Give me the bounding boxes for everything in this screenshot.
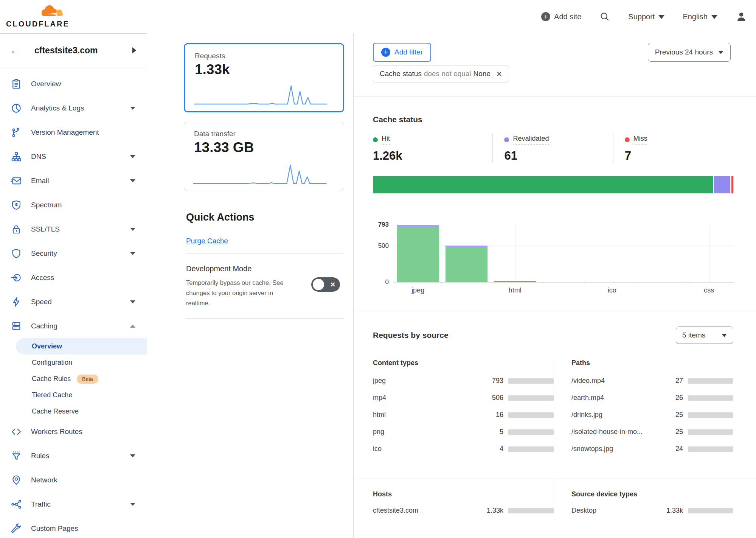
- cache-status-filter-chip[interactable]: Cache status does not equal None ✕: [373, 65, 509, 82]
- bar-segment-hit: [688, 282, 730, 283]
- purge-cache-link[interactable]: Purge Cache: [186, 237, 228, 245]
- bar-chart-x-labels: jpeghtmlicocss: [394, 286, 733, 294]
- stat-hit: Hit1.26k: [373, 134, 492, 163]
- requests-by-source-header: Requests by source 5 items: [373, 327, 733, 344]
- bar-slot-css: [685, 225, 733, 282]
- beta-badge: Beta: [77, 375, 98, 384]
- sidebar-item-spectrum[interactable]: Spectrum: [0, 193, 147, 217]
- user-profile-icon[interactable]: [736, 11, 747, 22]
- search-icon[interactable]: [599, 11, 610, 22]
- table-row-desktop[interactable]: Desktop1.33k: [571, 502, 733, 519]
- sidebar-item-caching[interactable]: Caching: [0, 314, 147, 338]
- sidebar-item-version-management[interactable]: Version Management: [0, 120, 147, 145]
- meter-bar: [688, 508, 733, 513]
- bar-css[interactable]: [688, 282, 730, 283]
- hit-label[interactable]: Hit: [382, 135, 390, 145]
- add-filter-button[interactable]: + Add filter: [373, 43, 431, 62]
- chevron-down-icon: [130, 228, 135, 231]
- table-row-mp4[interactable]: mp4506: [373, 389, 554, 406]
- sidebar-subitem-caching-overview[interactable]: Overview: [16, 338, 147, 355]
- add-site-button[interactable]: + Add site: [541, 12, 581, 21]
- sidebar: ← cftestsite3.com OverviewAnalytics & Lo…: [0, 33, 147, 538]
- revalidated-label[interactable]: Revalidated: [513, 135, 549, 145]
- data-transfer-sparkline: [193, 162, 334, 187]
- sidebar-item-ssl-tls[interactable]: SSL/TLS: [0, 217, 147, 241]
- meter-bar: [508, 429, 554, 435]
- language-menu[interactable]: English: [683, 12, 717, 21]
- bar-segment-revalidated: [591, 282, 633, 283]
- table-row-cftestsite3-com[interactable]: cftestsite3.com1.33k: [373, 502, 554, 519]
- table-row-earth-mp4[interactable]: /earth.mp426: [571, 389, 733, 406]
- x-label-png: [539, 286, 588, 294]
- sidebar-subitem-caching-cache-reserve[interactable]: Cache Reserve: [0, 403, 147, 420]
- device-types-title: Source device types: [571, 490, 733, 498]
- quick-actions-section: Quick Actions Purge Cache Development Mo…: [186, 211, 344, 319]
- sidebar-item-email[interactable]: Email: [0, 169, 147, 193]
- items-count-select[interactable]: 5 items: [676, 327, 733, 344]
- bar-5[interactable]: [640, 282, 682, 283]
- back-arrow-icon[interactable]: ←: [10, 45, 20, 56]
- table-row-video-mp4[interactable]: /video.mp427: [571, 372, 733, 389]
- bar-jpeg[interactable]: [397, 225, 439, 282]
- content-types-title: Content types: [373, 359, 554, 367]
- remove-filter-icon[interactable]: ✕: [496, 70, 502, 78]
- sidebar-subitem-caching-configuration[interactable]: Configuration: [0, 355, 147, 371]
- chevron-right-icon[interactable]: [132, 47, 136, 53]
- table-row-snowtops-jpg[interactable]: /snowtops.jpg24: [571, 440, 733, 457]
- bar-slot-ico: [588, 225, 636, 282]
- bar-ico[interactable]: [591, 282, 633, 283]
- requests-metric-card[interactable]: Requests 1.33k: [184, 43, 344, 112]
- table-row-drinks-jpg[interactable]: /drinks.jpg25: [571, 406, 733, 423]
- data-transfer-metric-card[interactable]: Data transfer 13.33 GB: [184, 122, 344, 191]
- device-types-list: Desktop1.33k: [571, 502, 733, 519]
- revalidated-value: 61: [504, 149, 613, 163]
- analytics-panel: + Add filter Previous 24 hours Cache sta…: [354, 33, 756, 538]
- sidebar-item-rules[interactable]: Rules: [0, 444, 147, 468]
- time-range-select[interactable]: Previous 24 hours: [648, 43, 731, 62]
- sidebar-subitem-caching-cache-rules[interactable]: Cache RulesBeta: [0, 371, 147, 387]
- bar-mp4[interactable]: [446, 246, 488, 282]
- bar-segment-hit: [640, 282, 682, 283]
- divider: [186, 253, 344, 254]
- miss-label[interactable]: Miss: [633, 135, 647, 145]
- development-mode-toggle[interactable]: ✕: [311, 277, 340, 292]
- sidebar-item-dns[interactable]: DNS: [0, 145, 147, 169]
- bar-png[interactable]: [542, 282, 585, 283]
- revalidated-legend-dot: [504, 137, 509, 142]
- paths-list: /video.mp427/earth.mp426/drinks.jpg25/is…: [571, 372, 733, 457]
- table-row-html[interactable]: html16: [373, 406, 554, 423]
- sidebar-item-traffic[interactable]: Traffic: [0, 492, 147, 516]
- support-menu[interactable]: Support: [628, 12, 664, 21]
- x-label-5: [636, 286, 685, 294]
- table-row-png[interactable]: png5: [373, 423, 554, 440]
- toggle-knob: [313, 279, 324, 290]
- table-row-isolated-house-in-mo[interactable]: /isolated-house-in-mo...25: [571, 423, 733, 440]
- sidebar-subitem-caching-tiered-cache[interactable]: Tiered Cache: [0, 387, 147, 403]
- table-row-ico[interactable]: ico4: [373, 440, 554, 457]
- plus-icon: +: [541, 12, 550, 21]
- padlock-icon: [11, 224, 22, 235]
- meter-bar: [508, 395, 554, 401]
- sidebar-item-security[interactable]: Security: [0, 241, 147, 266]
- hosts-list: cftestsite3.com1.33k: [373, 502, 554, 519]
- bar-html[interactable]: [494, 281, 536, 282]
- table-row-jpeg[interactable]: jpeg793: [373, 372, 554, 389]
- meter-bar: [688, 446, 733, 452]
- content-types-column: Content types jpeg793mp4506html16png5ico…: [373, 359, 554, 457]
- sidebar-item-analytics-logs[interactable]: Analytics & Logs: [0, 96, 147, 120]
- sidebar-item-workers-routes[interactable]: Workers Routes: [0, 420, 147, 444]
- sidebar-item-custom-pages[interactable]: Custom Pages: [0, 516, 147, 538]
- server-stack-icon: [11, 320, 22, 332]
- sidebar-item-network[interactable]: Network: [0, 468, 147, 492]
- divider: [354, 96, 756, 97]
- sidebar-item-access[interactable]: Access: [0, 266, 147, 290]
- meter-bar: [688, 395, 733, 401]
- stacked-segment-miss: [731, 176, 733, 193]
- x-label-css: css: [685, 286, 733, 294]
- cloudflare-logo[interactable]: CLOUDFLARE: [6, 2, 70, 28]
- bar-chart-plot: [394, 225, 733, 283]
- x-label-mp4: [442, 286, 491, 294]
- sidebar-item-overview[interactable]: Overview: [0, 72, 147, 96]
- sidebar-item-speed[interactable]: Speed: [0, 290, 147, 314]
- bar-segment-hit: [397, 227, 439, 282]
